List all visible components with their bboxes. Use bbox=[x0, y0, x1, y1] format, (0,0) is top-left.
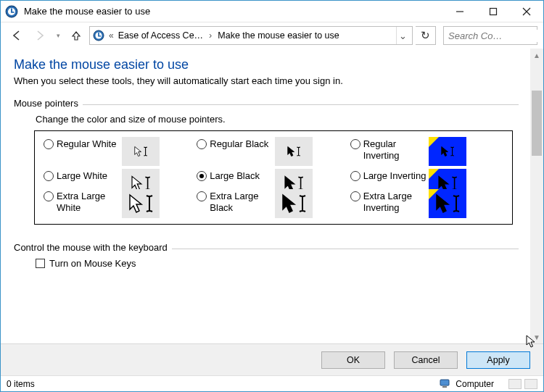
radio-button[interactable] bbox=[197, 139, 207, 149]
scroll-thumb[interactable] bbox=[532, 91, 542, 156]
maximize-button[interactable] bbox=[477, 1, 510, 22]
pointer-option-lg-inv[interactable]: Large Inverting bbox=[350, 170, 503, 182]
breadcrumb-overflow-icon: « bbox=[109, 30, 114, 41]
pointer-option-lg-black[interactable]: Large Black bbox=[197, 170, 350, 182]
radio-button[interactable] bbox=[350, 171, 360, 181]
navbar: ▾ « Ease of Access Ce… › Make the mouse … bbox=[1, 22, 543, 49]
vertical-scrollbar[interactable]: ▲ ▼ bbox=[530, 49, 543, 343]
apply-button[interactable]: Apply bbox=[466, 351, 530, 369]
group-mouse-keys: Control the mouse with the keyboard bbox=[14, 242, 519, 252]
group-label: Control the mouse with the keyboard bbox=[14, 242, 172, 253]
page-subtitle: When you select these tools, they will a… bbox=[14, 75, 519, 86]
page-title: Make the mouse easier to use bbox=[14, 57, 519, 72]
pointer-preview bbox=[275, 137, 313, 166]
pointer-option-lg-white[interactable]: Large White bbox=[44, 170, 197, 182]
search-input[interactable] bbox=[447, 30, 544, 42]
radio-button[interactable] bbox=[197, 171, 207, 181]
app-icon bbox=[5, 5, 18, 18]
pointer-option-reg-black[interactable]: Regular Black bbox=[197, 138, 350, 162]
status-bar: 0 items Computer bbox=[1, 375, 543, 391]
back-button[interactable] bbox=[7, 25, 27, 46]
pointer-preview bbox=[275, 189, 313, 218]
svg-rect-10 bbox=[98, 33, 99, 36]
svg-rect-5 bbox=[490, 8, 497, 14]
ok-button[interactable]: OK bbox=[321, 351, 385, 369]
option-label: Extra Large White bbox=[57, 191, 120, 214]
refresh-button[interactable]: ↻ bbox=[416, 26, 436, 45]
minimize-button[interactable] bbox=[443, 1, 477, 22]
view-large-icon[interactable] bbox=[524, 379, 537, 389]
pointer-preview bbox=[122, 189, 160, 218]
status-location: Computer bbox=[456, 379, 494, 389]
svg-rect-12 bbox=[440, 380, 449, 385]
pointer-preview bbox=[122, 137, 160, 166]
svg-rect-3 bbox=[11, 12, 15, 13]
svg-rect-11 bbox=[98, 36, 101, 37]
pointer-preview bbox=[429, 137, 466, 166]
svg-rect-2 bbox=[11, 8, 12, 12]
option-label: Large White bbox=[57, 170, 107, 182]
radio-button[interactable] bbox=[350, 191, 360, 201]
titlebar: Make the mouse easier to use bbox=[1, 1, 543, 22]
status-item-count: 0 items bbox=[7, 379, 35, 389]
pointer-preview bbox=[429, 189, 466, 218]
svg-rect-13 bbox=[442, 386, 447, 388]
close-button[interactable] bbox=[510, 1, 543, 22]
forward-button[interactable] bbox=[30, 25, 50, 46]
pointer-option-reg-inv[interactable]: Regular Inverting bbox=[350, 138, 503, 162]
radio-button[interactable] bbox=[44, 139, 54, 149]
cancel-button[interactable]: Cancel bbox=[394, 351, 458, 369]
option-label: Large Inverting bbox=[363, 170, 426, 182]
option-label: Extra Large Inverting bbox=[363, 191, 427, 214]
pointer-option-xl-white[interactable]: Extra Large White bbox=[44, 191, 197, 214]
breadcrumb-seg-2[interactable]: Make the mouse easier to use bbox=[218, 30, 339, 41]
computer-icon bbox=[440, 379, 451, 389]
radio-button[interactable] bbox=[350, 139, 360, 149]
scroll-down-icon[interactable]: ▼ bbox=[530, 330, 543, 343]
option-label: Regular Black bbox=[210, 138, 268, 150]
pointers-desc: Change the color and size of mouse point… bbox=[36, 114, 519, 125]
chevron-right-icon: › bbox=[209, 30, 212, 41]
option-label: Regular White bbox=[57, 138, 116, 150]
breadcrumb-seg-1[interactable]: Ease of Access Ce… bbox=[118, 30, 203, 41]
scroll-up-icon[interactable]: ▲ bbox=[530, 49, 543, 62]
checkbox-label: Turn on Mouse Keys bbox=[49, 258, 136, 269]
breadcrumb-dropdown[interactable]: ⌄ bbox=[396, 27, 409, 44]
button-bar: OK Cancel Apply bbox=[1, 343, 543, 375]
radio-button[interactable] bbox=[44, 171, 54, 181]
pointer-option-xl-black[interactable]: Extra Large Black bbox=[197, 191, 350, 214]
pointer-option-xl-inv[interactable]: Extra Large Inverting bbox=[350, 191, 503, 214]
window-title: Make the mouse easier to use bbox=[24, 6, 443, 17]
option-label: Extra Large Black bbox=[210, 191, 273, 214]
radio-button[interactable] bbox=[44, 191, 54, 201]
up-button[interactable] bbox=[66, 25, 86, 46]
pointer-options-grid: Regular White Regular Black bbox=[34, 130, 513, 225]
mouse-keys-checkbox[interactable]: Turn on Mouse Keys bbox=[36, 258, 519, 269]
pointer-option-reg-white[interactable]: Regular White bbox=[44, 138, 197, 162]
radio-button[interactable] bbox=[197, 191, 207, 201]
history-dropdown[interactable]: ▾ bbox=[53, 25, 63, 46]
group-label: Mouse pointers bbox=[14, 98, 83, 109]
option-label: Large Black bbox=[210, 170, 260, 182]
search-box[interactable]: ⌕ bbox=[443, 26, 537, 45]
view-details-icon[interactable] bbox=[508, 379, 522, 389]
breadcrumb-bar[interactable]: « Ease of Access Ce… › Make the mouse ea… bbox=[89, 26, 413, 45]
checkbox-box[interactable] bbox=[36, 259, 45, 268]
option-label: Regular Inverting bbox=[363, 138, 427, 162]
group-mouse-pointers: Mouse pointers bbox=[14, 98, 519, 108]
content-pane: Make the mouse easier to use When you se… bbox=[1, 49, 530, 343]
breadcrumb-icon bbox=[93, 30, 104, 41]
